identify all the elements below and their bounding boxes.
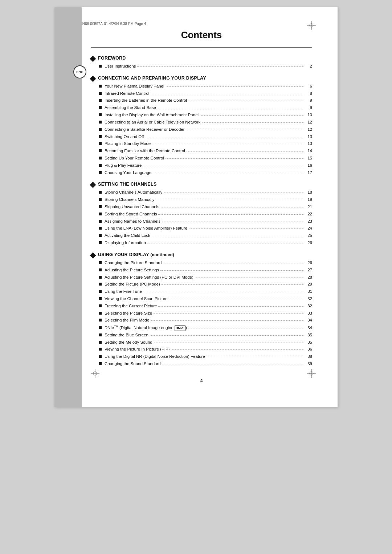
section-entries-foreword: User Instructions2 xyxy=(99,63,312,70)
toc-bullet-icon xyxy=(99,113,102,116)
toc-page-number: 35 xyxy=(305,339,312,346)
toc-page-number: 25 xyxy=(305,232,312,239)
toc-page-number: 16 xyxy=(305,162,312,169)
toc-bullet-icon xyxy=(99,234,102,237)
toc-dots xyxy=(163,259,303,263)
toc-label: Selecting the Picture Size xyxy=(105,310,152,317)
toc-entry: Plug & Play Feature16 xyxy=(99,162,312,169)
toc-entry: Your New Plasma Display Panel6 xyxy=(99,83,312,90)
toc-page-number: 12 xyxy=(305,126,312,133)
toc-page-number: 26 xyxy=(305,260,312,266)
toc-page-number: 24 xyxy=(305,225,312,232)
section-title-channels: Setting the Channels xyxy=(98,182,157,187)
toc-bullet-icon xyxy=(99,283,102,286)
toc-page-number: 26 xyxy=(305,240,312,246)
toc-label: Changing the Picture Standard xyxy=(105,260,162,266)
toc-dots xyxy=(166,82,304,87)
toc-bullet-icon xyxy=(99,268,102,271)
toc-bullet-icon xyxy=(99,241,102,244)
toc-label: Connecting a Satellite Receiver or Decod… xyxy=(105,126,185,133)
toc-page-number: 18 xyxy=(305,189,312,196)
toc-bullet-icon xyxy=(99,157,102,159)
toc-bullet-icon xyxy=(99,276,102,279)
toc-entry: Activating the Child Lock25 xyxy=(99,232,312,239)
toc-dots xyxy=(143,162,303,166)
toc-dots xyxy=(171,346,303,350)
toc-bullet-icon xyxy=(99,319,102,322)
toc-page-number: 32 xyxy=(305,303,312,310)
toc-label: Switching On and Off xyxy=(105,134,144,140)
toc-dots xyxy=(169,295,303,299)
toc-label: Inserting the Batteries in the Remote Co… xyxy=(105,97,187,104)
toc-entry: Setting Up Your Remote Control15 xyxy=(99,155,312,162)
toc-bullet-icon xyxy=(99,92,102,95)
toc-page-number: 36 xyxy=(305,346,312,353)
toc-label: Using the Fine Tune xyxy=(105,288,142,295)
section-header-using: Using Your Display (continued) xyxy=(91,252,312,258)
page-number: 4 xyxy=(91,378,312,383)
toc-label: Setting the Blue Screen xyxy=(105,332,148,339)
toc-label: Setting the Melody Sound xyxy=(105,339,152,346)
toc-entry: Changing the Sound Standard39 xyxy=(99,361,312,367)
toc-label: Viewing the Picture In Picture (PIP) xyxy=(105,346,170,353)
toc-page-number: 28 xyxy=(305,274,312,281)
toc-page-number: 32 xyxy=(305,296,312,302)
toc-entry: Displaying Information26 xyxy=(99,240,312,246)
toc-bullet-icon xyxy=(99,164,102,167)
section-header-connecting: Connecting and Preparing Your Display xyxy=(91,76,312,81)
toc-page-number: 29 xyxy=(305,281,312,288)
toc-bullet-icon xyxy=(99,213,102,215)
toc-bullet-icon xyxy=(99,171,102,174)
toc-entry: Using the Fine Tune31 xyxy=(99,288,312,295)
toc-entry: Changing the Picture Standard26 xyxy=(99,260,312,266)
toc-bullet-icon xyxy=(99,304,102,307)
toc-entry: Viewing the Picture In Picture (PIP)36 xyxy=(99,346,312,353)
toc-page-number: 19 xyxy=(305,197,312,203)
toc-dots xyxy=(160,266,303,271)
crosshair-top-right xyxy=(307,21,316,30)
toc-dots xyxy=(162,360,303,365)
toc-bullet-icon xyxy=(99,135,102,138)
toc-bullet-icon xyxy=(99,128,102,131)
toc-entry: Assigning Names to Channels23 xyxy=(99,218,312,225)
toc-entry: Inserting the Batteries in the Remote Co… xyxy=(99,97,312,104)
toc-label: Your New Plasma Display Panel xyxy=(105,83,164,90)
toc-page-number: 14 xyxy=(305,148,312,154)
toc-entry: Using the LNA (Low Noise Amplifier) Feat… xyxy=(99,225,312,232)
toc-entry: Selecting the Picture Size33 xyxy=(99,310,312,317)
toc-dots xyxy=(150,331,303,336)
section-title-using: Using Your Display (continued) xyxy=(98,252,174,257)
toc-page-number: 2 xyxy=(305,63,312,70)
toc-page-number: 35 xyxy=(305,332,312,339)
toc-page-number: 34 xyxy=(305,325,312,331)
title-divider xyxy=(91,47,312,48)
toc-label: Adjusting the Picture Settings xyxy=(105,267,159,274)
toc-entry: Placing in Standby Mode13 xyxy=(99,141,312,147)
toc-label: Assembling the Stand-Base xyxy=(105,105,156,111)
toc-page-number: 6 xyxy=(305,83,312,90)
toc-dots xyxy=(188,97,303,101)
toc-label: User Instructions xyxy=(105,63,136,70)
toc-page-number: 31 xyxy=(305,288,312,295)
toc-label: Assigning Names to Channels xyxy=(105,218,160,225)
toc-bullet-icon xyxy=(99,362,102,365)
toc-dots xyxy=(187,147,303,152)
toc-dots xyxy=(195,274,303,278)
toc-dots xyxy=(166,154,303,159)
toc-entry: Infrared Remote Control8 xyxy=(99,90,312,97)
toc-dots xyxy=(147,239,303,244)
toc-entry: Connecting to an Aerial or Cable Televis… xyxy=(99,119,312,126)
toc-dots xyxy=(207,353,303,357)
toc-bullet-icon xyxy=(99,297,102,300)
toc-bullet-icon xyxy=(99,220,102,223)
toc-entry: Choosing Your Language17 xyxy=(99,170,312,176)
toc-bullet-icon xyxy=(99,355,102,358)
toc-dots xyxy=(161,203,303,208)
toc-page-number: 13 xyxy=(305,134,312,140)
toc-dots xyxy=(152,140,303,145)
toc-entry: Installing the Display on the Wall Attac… xyxy=(99,112,312,118)
crosshair-bottom-right xyxy=(307,369,316,378)
section-header-channels: Setting the Channels xyxy=(91,182,312,187)
toc-page-number: 38 xyxy=(305,353,312,360)
toc-bullet-icon xyxy=(99,121,102,124)
